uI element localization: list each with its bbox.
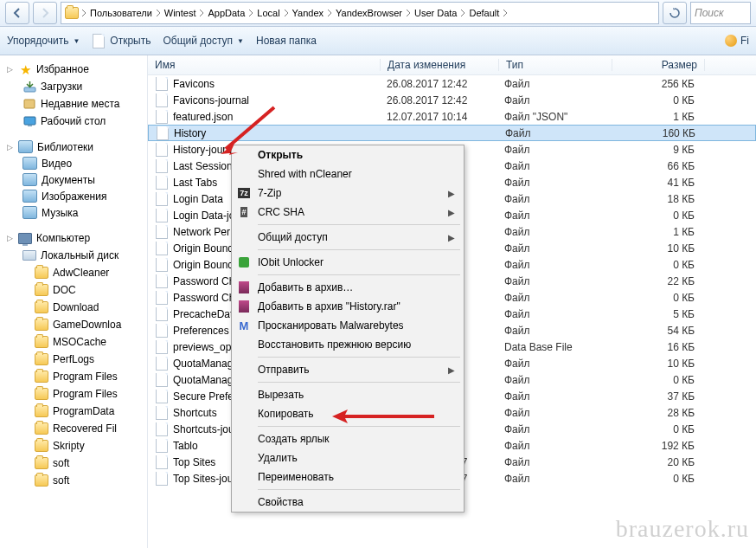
sidebar-folder[interactable]: MSOCache bbox=[0, 333, 147, 351]
context-menu-item[interactable]: Вырезать bbox=[232, 385, 464, 404]
sidebar-folder[interactable]: Download bbox=[0, 299, 147, 316]
file-icon bbox=[156, 406, 168, 420]
file-size: 0 КБ bbox=[610, 473, 702, 485]
context-item-label: Копировать bbox=[258, 408, 314, 420]
context-menu-item[interactable]: Копировать bbox=[232, 404, 464, 423]
file-icon bbox=[156, 324, 168, 338]
breadcrumb-segment[interactable]: Default bbox=[468, 8, 500, 18]
file-icon bbox=[156, 258, 168, 272]
breadcrumb-segment[interactable]: User Data bbox=[413, 8, 458, 18]
folder-icon bbox=[35, 440, 48, 452]
open-button[interactable]: Открыть bbox=[92, 34, 151, 48]
sidebar-folder[interactable]: Skripty bbox=[0, 437, 147, 455]
context-menu-item[interactable]: Отправить ▶ bbox=[232, 360, 464, 379]
breadcrumb-segment[interactable]: YandexBrowser bbox=[335, 8, 403, 18]
col-name[interactable]: Имя bbox=[148, 59, 381, 71]
table-row[interactable]: featured.json 12.07.2017 10:14 Файл "JSO… bbox=[148, 108, 756, 125]
forward-button[interactable] bbox=[33, 2, 57, 24]
breadcrumb-segment[interactable]: Local bbox=[256, 8, 280, 18]
file-size: 16 КБ bbox=[610, 341, 702, 353]
file-type: Файл bbox=[497, 308, 610, 320]
refresh-button[interactable] bbox=[663, 2, 687, 24]
col-date[interactable]: Дата изменения bbox=[381, 59, 499, 71]
context-item-label: Удалить bbox=[258, 452, 298, 464]
table-row[interactable]: History Файл 160 КБ bbox=[148, 125, 756, 141]
sidebar-item-desktop[interactable]: Рабочий стол bbox=[0, 113, 147, 130]
context-menu-item[interactable]: M Просканировать Malwarebytes bbox=[232, 316, 464, 335]
context-item-label: CRC SHA bbox=[258, 206, 304, 218]
file-name: Favicons-journal bbox=[173, 94, 249, 106]
sidebar-folder[interactable]: soft bbox=[0, 472, 147, 489]
sidebar-item-music[interactable]: Музыка bbox=[0, 204, 147, 221]
sidebar-item-downloads[interactable]: Загрузки bbox=[0, 78, 147, 95]
file-type: Файл bbox=[497, 144, 610, 156]
context-menu-item[interactable]: # CRC SHA ▶ bbox=[232, 203, 464, 222]
sidebar-folder[interactable]: GameDownloa bbox=[0, 316, 147, 333]
sidebar-item-documents[interactable]: Документы bbox=[0, 171, 147, 188]
file-icon bbox=[156, 110, 168, 124]
sidebar-item-drive[interactable]: Локальный диск bbox=[0, 247, 147, 264]
breadcrumb[interactable]: ПользователиWintestAppDataLocalYandexYan… bbox=[61, 2, 659, 24]
rar-icon bbox=[237, 280, 251, 294]
sidebar-item-recent[interactable]: Недавние места bbox=[0, 95, 147, 113]
context-menu-item[interactable]: Открыть bbox=[232, 145, 464, 164]
file-icon bbox=[157, 126, 169, 140]
file-size: 66 КБ bbox=[610, 160, 702, 172]
context-menu-item[interactable]: 7z 7-Zip ▶ bbox=[232, 184, 464, 203]
sidebar-folder[interactable]: ProgramData bbox=[0, 403, 147, 420]
sidebar-folder[interactable]: soft bbox=[0, 455, 147, 472]
context-menu-item[interactable]: Shred with nCleaner bbox=[232, 164, 464, 184]
file-icon bbox=[156, 159, 168, 173]
submenu-arrow-icon: ▶ bbox=[448, 189, 455, 198]
share-button[interactable]: Общий доступ▼ bbox=[163, 35, 244, 47]
file-size: 10 КБ bbox=[610, 242, 702, 255]
sidebar-folder[interactable]: Recovered Fil bbox=[0, 420, 147, 437]
breadcrumb-segment[interactable]: AppData bbox=[207, 8, 246, 18]
sidebar-folder[interactable]: Program Files bbox=[0, 368, 147, 385]
file-size: 10 КБ bbox=[610, 358, 702, 370]
breadcrumb-segment[interactable]: Wintest bbox=[163, 8, 197, 18]
sidebar-favorites[interactable]: ▷★Избранное bbox=[0, 61, 147, 78]
context-menu-item[interactable]: Общий доступ ▶ bbox=[232, 228, 464, 247]
back-button[interactable] bbox=[5, 2, 29, 24]
organize-button[interactable]: Упорядочить▼ bbox=[7, 35, 80, 47]
file-icon bbox=[156, 274, 168, 288]
submenu-arrow-icon: ▶ bbox=[448, 365, 455, 375]
context-menu-item[interactable]: IObit Unlocker bbox=[232, 253, 464, 272]
context-separator bbox=[258, 426, 460, 427]
context-item-label: Добавить в архив… bbox=[258, 281, 353, 293]
context-menu-item[interactable]: Создать ярлык bbox=[232, 429, 464, 448]
file-size: 5 КБ bbox=[610, 308, 702, 320]
sidebar-computer[interactable]: ▷Компьютер bbox=[0, 229, 147, 247]
file-size: 0 КБ bbox=[610, 94, 702, 106]
col-type[interactable]: Тип bbox=[499, 59, 612, 71]
folder-icon bbox=[35, 371, 48, 383]
col-size[interactable]: Размер bbox=[612, 59, 705, 71]
table-row[interactable]: Favicons 26.08.2017 12:42 Файл 256 КБ bbox=[148, 75, 756, 92]
context-menu-item[interactable]: Удалить bbox=[232, 448, 464, 467]
file-size: 0 КБ bbox=[610, 292, 702, 304]
file-size: 18 КБ bbox=[610, 193, 702, 205]
sidebar-folder[interactable]: Program Files bbox=[0, 385, 147, 403]
sidebar-libraries[interactable]: ▷Библиотеки bbox=[0, 139, 147, 155]
sidebar-item-video[interactable]: Видео bbox=[0, 155, 147, 171]
context-menu-item[interactable]: Восстановить прежнюю версию bbox=[232, 335, 464, 354]
sidebar-item-images[interactable]: Изображения bbox=[0, 188, 147, 204]
sidebar-folder[interactable]: AdwCleaner bbox=[0, 264, 147, 281]
file-icon bbox=[156, 225, 168, 239]
context-menu-item[interactable]: Переименовать bbox=[232, 467, 464, 487]
folder-icon bbox=[35, 336, 48, 348]
breadcrumb-segment[interactable]: Пользователи bbox=[89, 8, 153, 18]
file-type: Файл bbox=[497, 456, 610, 468]
new-folder-button[interactable]: Новая папка bbox=[256, 35, 317, 47]
context-menu-item[interactable]: Добавить в архив "History.rar" bbox=[232, 297, 464, 316]
folder-icon bbox=[35, 457, 48, 469]
table-row[interactable]: Favicons-journal 26.08.2017 12:42 Файл 0… bbox=[148, 92, 756, 108]
search-input[interactable]: Поиск bbox=[690, 2, 751, 24]
context-menu-item[interactable]: Добавить в архив… bbox=[232, 278, 464, 297]
context-item-label: Shred with nCleaner bbox=[258, 168, 352, 180]
sidebar-folder[interactable]: PerfLogs bbox=[0, 351, 147, 368]
sidebar-folder[interactable]: DOC bbox=[0, 281, 147, 299]
context-menu-item[interactable]: Свойства bbox=[232, 493, 464, 512]
breadcrumb-segment[interactable]: Yandex bbox=[292, 8, 325, 18]
